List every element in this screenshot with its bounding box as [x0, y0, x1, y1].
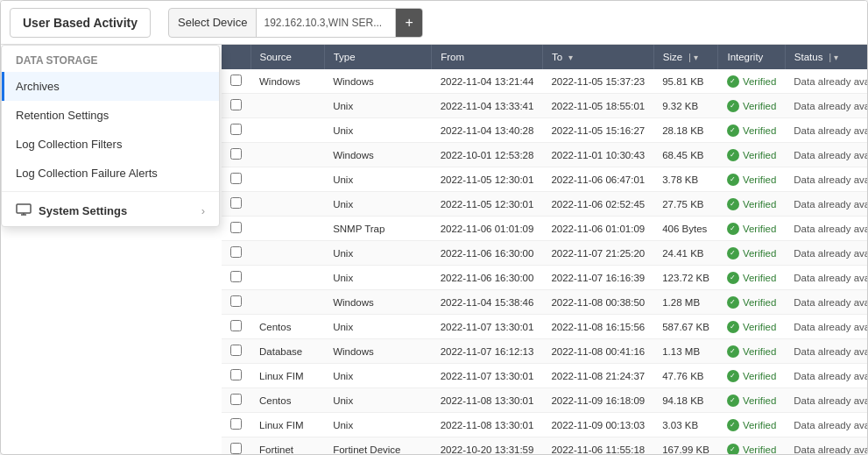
col-header-status[interactable]: Status | ▾	[785, 45, 867, 69]
cell-from: 2022-11-08 13:30:01	[432, 413, 543, 437]
verified-icon: ✓	[727, 124, 739, 137]
col-header-to[interactable]: To ▾	[542, 45, 653, 69]
integrity-text: Verified	[743, 199, 776, 210]
verified-icon: ✓	[727, 223, 739, 235]
row-checkbox[interactable]	[230, 75, 242, 86]
cell-status: Data already available.	[785, 167, 867, 192]
data-table: Source Type From To ▾ Size | ▾ Integrity…	[222, 45, 867, 454]
row-checkbox[interactable]	[230, 295, 242, 307]
cell-source: Linux FIM	[251, 364, 324, 388]
cell-to: 2022-11-08 00:41:16	[542, 339, 653, 364]
row-checkbox-cell[interactable]	[222, 241, 251, 266]
row-checkbox-cell[interactable]	[222, 315, 251, 339]
svg-rect-0	[17, 204, 31, 213]
cell-status: Data already available.	[785, 143, 867, 167]
cell-type: Unix	[324, 266, 431, 290]
device-input[interactable]	[256, 9, 396, 37]
row-checkbox[interactable]	[230, 124, 242, 135]
table-row: Unix 2022-11-05 12:30:01 2022-11-06 02:5…	[222, 192, 867, 217]
row-checkbox[interactable]	[230, 320, 242, 331]
cell-type: Windows	[324, 290, 431, 315]
table-area[interactable]: Source Type From To ▾ Size | ▾ Integrity…	[222, 45, 867, 454]
table-row: Unix 2022-11-06 16:30:00 2022-11-07 16:1…	[222, 266, 867, 290]
cell-integrity: ✓ Verified	[718, 364, 785, 388]
row-checkbox[interactable]	[230, 394, 242, 405]
cell-source: Centos	[251, 315, 324, 339]
table-row: Centos Unix 2022-11-08 13:30:01 2022-11-…	[222, 388, 867, 413]
cell-from: 2022-11-04 13:21:44	[432, 69, 543, 94]
add-device-button[interactable]: +	[396, 9, 421, 37]
cell-integrity: ✓ Verified	[718, 143, 785, 167]
cell-to: 2022-11-07 16:16:39	[542, 266, 653, 290]
table-row: SNMP Trap 2022-11-06 01:01:09 2022-11-06…	[222, 217, 867, 241]
cell-size: 1.28 MB	[653, 290, 718, 315]
row-checkbox-cell[interactable]	[222, 143, 251, 167]
row-checkbox[interactable]	[230, 222, 242, 233]
dropdown-item-retention[interactable]: Retention Settings	[2, 101, 219, 130]
cell-integrity: ✓ Verified	[718, 413, 785, 437]
row-checkbox-cell[interactable]	[222, 290, 251, 315]
header: User Based Activity Select Device +	[1, 1, 867, 45]
cell-from: 2022-11-05 12:30:01	[432, 192, 543, 217]
row-checkbox-cell[interactable]	[222, 364, 251, 388]
user-based-activity-button[interactable]: User Based Activity	[10, 8, 151, 38]
row-checkbox[interactable]	[230, 99, 242, 110]
row-checkbox[interactable]	[230, 345, 242, 356]
table-row: Windows 2022-10-01 12:53:28 2022-11-01 1…	[222, 143, 867, 167]
row-checkbox[interactable]	[230, 443, 242, 454]
row-checkbox-cell[interactable]	[222, 192, 251, 217]
cell-size: 167.99 KB	[653, 437, 718, 455]
cell-source	[251, 290, 324, 315]
row-checkbox-cell[interactable]	[222, 94, 251, 118]
table-row: Linux FIM Unix 2022-11-08 13:30:01 2022-…	[222, 413, 867, 437]
dropdown-item-archives[interactable]: Archives	[2, 72, 219, 101]
cell-to: 2022-11-01 10:30:43	[542, 143, 653, 167]
row-checkbox[interactable]	[230, 271, 242, 282]
dropdown-item-log-failure[interactable]: Log Collection Failure Alerts	[2, 159, 219, 188]
cell-status: Data already available.	[785, 69, 867, 94]
table-row: Linux FIM Unix 2022-11-07 13:30:01 2022-…	[222, 364, 867, 388]
row-checkbox[interactable]	[230, 418, 242, 430]
row-checkbox[interactable]	[230, 173, 242, 184]
cell-size: 3.03 KB	[653, 413, 718, 437]
row-checkbox-cell[interactable]	[222, 118, 251, 143]
dropdown-item-system-settings[interactable]: System Settings ›	[2, 196, 219, 226]
verified-icon: ✓	[727, 272, 739, 284]
row-checkbox[interactable]	[230, 246, 242, 258]
row-checkbox[interactable]	[230, 197, 242, 209]
row-checkbox-cell[interactable]	[222, 413, 251, 437]
row-checkbox-cell[interactable]	[222, 339, 251, 364]
select-device-label: Select Device	[169, 16, 256, 29]
verified-icon: ✓	[727, 296, 739, 309]
cell-integrity: ✓ Verified	[718, 290, 785, 315]
cell-to: 2022-11-06 02:52:45	[542, 192, 653, 217]
cell-size: 27.75 KB	[653, 192, 718, 217]
dropdown-item-log-collection[interactable]: Log Collection Filters	[2, 130, 219, 159]
cell-source	[251, 118, 324, 143]
cell-source: Centos	[251, 388, 324, 413]
cell-integrity: ✓ Verified	[718, 69, 785, 94]
row-checkbox[interactable]	[230, 148, 242, 160]
row-checkbox-cell[interactable]	[222, 167, 251, 192]
cell-from: 2022-11-07 13:30:01	[432, 315, 543, 339]
row-checkbox-cell[interactable]	[222, 266, 251, 290]
cell-type: Unix	[324, 118, 431, 143]
table-row: Fortinet Fortinet Device 2022-10-20 13:3…	[222, 437, 867, 455]
cell-type: Windows	[324, 339, 431, 364]
row-checkbox-cell[interactable]	[222, 217, 251, 241]
col-header-size[interactable]: Size | ▾	[653, 45, 718, 69]
monitor-icon	[16, 203, 32, 218]
row-checkbox-cell[interactable]	[222, 437, 251, 455]
col-header-integrity: Integrity	[718, 45, 785, 69]
cell-source	[251, 143, 324, 167]
cell-to: 2022-11-05 18:55:01	[542, 94, 653, 118]
cell-integrity: ✓ Verified	[718, 388, 785, 413]
cell-from: 2022-10-20 13:31:59	[432, 437, 543, 455]
verified-icon: ✓	[727, 247, 739, 259]
verified-icon: ✓	[727, 345, 739, 358]
row-checkbox-cell[interactable]	[222, 69, 251, 94]
verified-icon: ✓	[727, 395, 739, 407]
cell-size: 94.18 KB	[653, 388, 718, 413]
row-checkbox-cell[interactable]	[222, 388, 251, 413]
row-checkbox[interactable]	[230, 369, 242, 380]
